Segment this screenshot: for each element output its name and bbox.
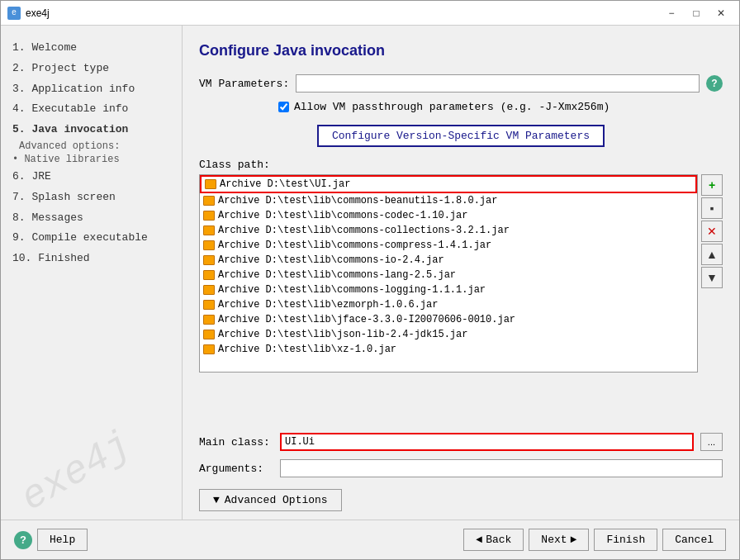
advanced-options-container: ▼ Advanced Options xyxy=(199,489,723,511)
sidebar: 1. Welcome 2. Project type 3. Applicatio… xyxy=(1,26,183,520)
classpath-item-label: Archive D:\test\UI.jar xyxy=(220,178,350,190)
sidebar-item-compile-exe[interactable]: 9. Compile executable xyxy=(9,228,173,249)
classpath-item-label: Archive D:\test\lib\commons-logging-1.1.… xyxy=(218,284,486,296)
classpath-item[interactable]: Archive D:\test\lib\commons-lang-2.5.jar xyxy=(200,268,697,282)
jar-icon xyxy=(203,196,215,206)
jar-icon xyxy=(203,270,215,280)
vm-params-row: VM Parameters: ? xyxy=(199,74,723,93)
main-window: e exe4j − □ ✕ 1. Welcome 2. Project type… xyxy=(0,0,740,560)
classpath-item-label: Archive D:\test\lib\commons-compress-1.4… xyxy=(218,240,491,251)
sidebar-item-java-invocation[interactable]: 5. Java invocation xyxy=(9,120,173,140)
back-arrow-icon: ◄ xyxy=(476,534,482,546)
advanced-options-button[interactable]: ▼ Advanced Options xyxy=(199,489,342,511)
classpath-remove-button[interactable]: ✕ xyxy=(701,221,723,242)
jar-icon xyxy=(203,240,215,250)
finish-button[interactable]: Finish xyxy=(594,529,657,551)
bottom-left: ? Help xyxy=(14,529,88,551)
classpath-item[interactable]: Archive D:\test\lib\commons-collections-… xyxy=(200,223,697,238)
classpath-item-label: Archive D:\test\lib\xz-1.0.jar xyxy=(218,344,396,355)
arguments-input[interactable] xyxy=(280,459,723,477)
next-arrow-icon: ► xyxy=(571,534,577,546)
passthrough-label: Allow VM passthrough parameters (e.g. -J… xyxy=(294,101,610,113)
advanced-options-label: Advanced Options xyxy=(225,494,328,506)
sidebar-item-welcome[interactable]: 1. Welcome xyxy=(9,38,173,59)
back-label: Back xyxy=(486,534,511,546)
classpath-item[interactable]: Archive D:\test\UI.jar xyxy=(200,175,697,193)
classpath-item-label: Archive D:\test\lib\commons-lang-2.5.jar xyxy=(218,269,456,281)
sidebar-item-finished[interactable]: 10. Finished xyxy=(9,249,173,269)
classpath-up-button[interactable]: ▲ xyxy=(701,244,723,265)
jar-icon xyxy=(203,225,215,235)
classpath-item-label: Archive D:\test\lib\json-lib-2.4-jdk15.j… xyxy=(218,329,467,340)
next-button[interactable]: Next ► xyxy=(529,529,589,551)
bottom-right: ◄ Back Next ► Finish Cancel xyxy=(463,529,726,551)
jar-icon xyxy=(203,211,215,221)
passthrough-row: Allow VM passthrough parameters (e.g. -J… xyxy=(199,101,723,113)
watermark: exe4j xyxy=(13,423,139,520)
back-button[interactable]: ◄ Back xyxy=(463,529,524,551)
classpath-down-button[interactable]: ▼ xyxy=(701,267,723,288)
classpath-list[interactable]: Archive D:\test\UI.jarArchive D:\test\li… xyxy=(199,174,698,373)
advanced-arrow-icon: ▼ xyxy=(213,494,220,506)
classpath-item[interactable]: Archive D:\test\lib\xz-1.0.jar xyxy=(200,342,697,357)
main-class-browse-button[interactable]: ... xyxy=(700,433,723,451)
classpath-item-label: Archive D:\test\lib\commons-codec-1.10.j… xyxy=(218,210,467,221)
classpath-item[interactable]: Archive D:\test\lib\ezmorph-1.0.6.jar xyxy=(200,297,697,312)
help-button[interactable]: Help xyxy=(37,529,88,551)
cancel-button[interactable]: Cancel xyxy=(662,529,726,551)
bottom-bar: ? Help ◄ Back Next ► Finish Cancel xyxy=(1,520,739,559)
sidebar-item-native-libraries[interactable]: • Native libraries xyxy=(9,152,173,167)
panel-title: Configure Java invocation xyxy=(199,42,723,59)
title-bar-left: e exe4j xyxy=(7,7,50,20)
classpath-item[interactable]: Archive D:\test\lib\commons-compress-1.4… xyxy=(200,238,697,253)
classpath-edit-button[interactable]: ▪ xyxy=(701,197,723,219)
passthrough-checkbox[interactable] xyxy=(278,102,289,112)
classpath-item-label: Archive D:\test\lib\commons-io-2.4.jar xyxy=(218,254,444,266)
title-bar: e exe4j − □ ✕ xyxy=(1,1,739,26)
sidebar-item-project-type[interactable]: 2. Project type xyxy=(9,59,173,79)
configure-version-container: Configure Version-Specific VM Parameters xyxy=(199,121,723,150)
classpath-item-label: Archive D:\test\lib\ezmorph-1.0.6.jar xyxy=(218,299,438,311)
classpath-item[interactable]: Archive D:\test\lib\jface-3.3.0-I2007060… xyxy=(200,312,697,327)
close-button[interactable]: ✕ xyxy=(709,4,733,22)
classpath-item-label: Archive D:\test\lib\commons-collections-… xyxy=(218,225,510,236)
window-controls: − □ ✕ xyxy=(660,4,733,22)
classpath-item[interactable]: Archive D:\test\lib\commons-logging-1.1.… xyxy=(200,282,697,297)
classpath-item[interactable]: Archive D:\test\lib\json-lib-2.4-jdk15.j… xyxy=(200,327,697,342)
main-class-input[interactable] xyxy=(280,433,694,451)
help-icon-button[interactable]: ? xyxy=(14,531,32,549)
window-title: exe4j xyxy=(26,7,50,19)
classpath-label: Class path: xyxy=(199,159,723,171)
maximize-button[interactable]: □ xyxy=(685,4,708,22)
classpath-item-label: Archive D:\test\lib\commons-beanutils-1.… xyxy=(218,195,497,206)
app-icon: e xyxy=(7,7,21,20)
classpath-item[interactable]: Archive D:\test\lib\commons-beanutils-1.… xyxy=(200,193,697,208)
classpath-buttons: + ▪ ✕ ▲ ▼ xyxy=(701,174,723,425)
configure-version-button[interactable]: Configure Version-Specific VM Parameters xyxy=(317,125,605,147)
classpath-container: Archive D:\test\UI.jarArchive D:\test\li… xyxy=(199,174,723,425)
classpath-section: Class path: Archive D:\test\UI.jarArchiv… xyxy=(199,159,723,425)
jar-icon xyxy=(203,330,215,339)
sidebar-item-jre[interactable]: 6. JRE xyxy=(9,167,173,187)
jar-icon xyxy=(203,315,215,325)
jar-icon xyxy=(203,344,215,354)
classpath-item-label: Archive D:\test\lib\jface-3.3.0-I2007060… xyxy=(218,314,515,325)
main-class-row: Main class: ... xyxy=(199,433,723,451)
main-class-label: Main class: xyxy=(199,436,273,448)
classpath-add-button[interactable]: + xyxy=(701,174,723,196)
next-label: Next xyxy=(541,534,567,546)
jar-icon xyxy=(203,285,215,295)
content-area: 1. Welcome 2. Project type 3. Applicatio… xyxy=(1,26,739,520)
classpath-item[interactable]: Archive D:\test\lib\commons-io-2.4.jar xyxy=(200,253,697,268)
sidebar-item-messages[interactable]: 8. Messages xyxy=(9,208,173,229)
sidebar-item-splash-screen[interactable]: 7. Splash screen xyxy=(9,187,173,208)
arguments-row: Arguments: xyxy=(199,459,723,477)
sidebar-item-exe-info[interactable]: 4. Executable info xyxy=(9,99,173,120)
sidebar-item-app-info[interactable]: 3. Application info xyxy=(9,79,173,100)
vm-params-help-button[interactable]: ? xyxy=(706,75,723,92)
classpath-item[interactable]: Archive D:\test\lib\commons-codec-1.10.j… xyxy=(200,208,697,223)
vm-params-input[interactable] xyxy=(296,74,700,93)
sidebar-advanced-options-label: Advanced options: xyxy=(9,140,173,152)
main-panel: Configure Java invocation VM Parameters:… xyxy=(183,26,739,520)
minimize-button[interactable]: − xyxy=(660,4,683,22)
